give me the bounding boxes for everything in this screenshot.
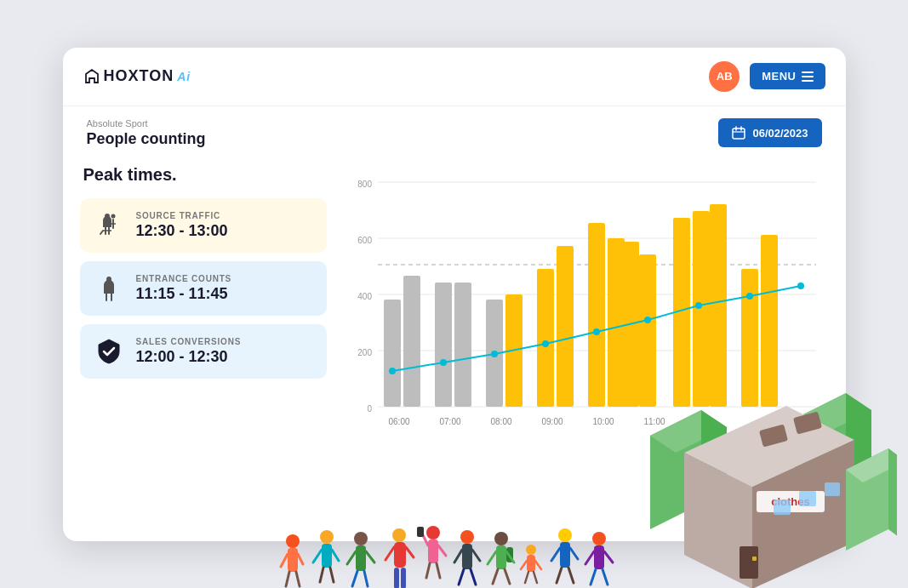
svg-line-72: [286, 572, 289, 586]
source-traffic-icon: [94, 210, 124, 241]
hamburger-icon: [802, 71, 814, 82]
date-picker-button[interactable]: 06/02/2023: [718, 118, 821, 147]
svg-line-97: [437, 563, 440, 578]
svg-line-111: [505, 569, 510, 584]
svg-line-70: [281, 554, 288, 567]
svg-line-126: [585, 551, 594, 564]
svg-rect-28: [693, 211, 710, 407]
svg-point-99: [460, 530, 474, 544]
svg-line-77: [332, 550, 339, 561]
svg-rect-22: [557, 246, 574, 407]
svg-marker-65: [846, 448, 888, 551]
svg-rect-23: [588, 223, 605, 407]
svg-line-102: [472, 550, 480, 561]
menu-label: MENU: [762, 70, 796, 83]
main-content: Peak times.: [63, 157, 846, 463]
svg-rect-119: [560, 542, 570, 568]
entrance-counts-info: ENTRANCE COUNTS 11:15 - 11:45: [136, 274, 232, 303]
svg-text:11:00: 11:00: [643, 417, 665, 426]
svg-text:800: 800: [357, 180, 372, 189]
source-traffic-card: SOURCE TRAFFIC 12:30 - 13:00: [80, 198, 327, 253]
entrance-counts-card: ENTRANCE COUNTS 11:15 - 11:45: [80, 261, 327, 316]
svg-rect-64: [825, 482, 840, 496]
svg-point-105: [494, 532, 508, 545]
logo-text: HOXTON: [104, 67, 174, 85]
breadcrumb-section: Absolute Sport People counting: [87, 118, 206, 148]
source-traffic-time: 12:30 - 13:00: [136, 222, 228, 240]
svg-line-114: [521, 561, 527, 569]
svg-line-94: [420, 530, 428, 545]
svg-line-127: [604, 551, 613, 562]
bar-chart: 800 600 400 200 0: [344, 174, 829, 446]
svg-rect-62: [774, 500, 791, 515]
svg-line-82: [347, 551, 356, 564]
svg-rect-17: [435, 283, 452, 407]
svg-point-39: [746, 293, 753, 300]
svg-line-85: [364, 571, 368, 586]
svg-rect-69: [288, 548, 298, 572]
svg-point-2: [111, 214, 115, 218]
source-traffic-label: SOURCE TRAFFIC: [136, 211, 228, 220]
svg-line-117: [534, 572, 537, 583]
svg-line-96: [426, 563, 430, 578]
calendar-icon: [732, 126, 745, 140]
svg-line-79: [330, 568, 334, 582]
svg-rect-81: [356, 545, 366, 571]
svg-point-32: [389, 368, 396, 374]
svg-line-120: [551, 548, 560, 561]
svg-point-37: [644, 317, 651, 323]
svg-rect-16: [403, 276, 420, 407]
svg-point-124: [592, 532, 606, 545]
svg-point-92: [426, 526, 440, 539]
svg-marker-66: [846, 448, 897, 482]
svg-line-83: [366, 551, 374, 562]
menu-button[interactable]: MENU: [750, 63, 825, 89]
svg-line-73: [296, 572, 300, 586]
entrance-counts-time: 11:15 - 11:45: [136, 285, 232, 303]
svg-rect-29: [710, 204, 727, 407]
svg-point-118: [558, 528, 572, 542]
svg-rect-75: [322, 544, 332, 568]
sales-conversions-time: 12:00 - 12:30: [136, 348, 242, 366]
date-label: 06/02/2023: [752, 127, 808, 140]
svg-rect-26: [639, 254, 656, 407]
svg-line-76: [313, 550, 322, 562]
svg-line-116: [525, 572, 528, 583]
svg-rect-58: [757, 491, 825, 512]
svg-rect-61: [752, 557, 757, 561]
svg-text:clothes: clothes: [771, 495, 810, 508]
source-traffic-info: SOURCE TRAFFIC 12:30 - 13:00: [136, 211, 228, 240]
svg-rect-0: [733, 128, 745, 139]
header-right: AB MENU: [709, 61, 825, 92]
svg-point-80: [354, 532, 368, 545]
svg-rect-98: [417, 527, 424, 537]
header: HOXTON Ai AB MENU: [63, 48, 846, 106]
breadcrumb: Absolute Sport: [87, 118, 206, 128]
svg-rect-60: [740, 546, 758, 579]
sales-conversions-icon: [94, 336, 124, 367]
entrance-counts-icon: [94, 273, 124, 304]
svg-marker-52: [846, 393, 871, 504]
hoxton-logo-icon: [83, 68, 100, 85]
svg-text:600: 600: [357, 236, 372, 245]
svg-line-129: [602, 569, 608, 585]
svg-point-36: [593, 328, 600, 335]
svg-text:10:00: 10:00: [592, 417, 614, 426]
svg-line-71: [298, 554, 303, 564]
chart-container: 800 600 400 200 0: [344, 174, 829, 446]
svg-rect-107: [506, 547, 513, 562]
page-title: People counting: [87, 130, 206, 148]
svg-point-35: [542, 340, 549, 347]
sales-conversions-info: SALES CONVERSIONS 12:00 - 12:30: [136, 337, 242, 366]
svg-line-103: [459, 569, 464, 585]
svg-point-40: [797, 283, 804, 289]
sales-conversions-card: SALES CONVERSIONS 12:00 - 12:30: [80, 324, 327, 379]
svg-text:08:00: 08:00: [490, 417, 511, 426]
svg-rect-90: [394, 568, 399, 589]
svg-line-88: [385, 547, 394, 560]
svg-line-122: [557, 568, 562, 583]
avatar-button[interactable]: AB: [709, 61, 740, 92]
svg-point-68: [286, 534, 300, 548]
svg-line-78: [320, 568, 323, 582]
svg-line-104: [471, 569, 476, 585]
